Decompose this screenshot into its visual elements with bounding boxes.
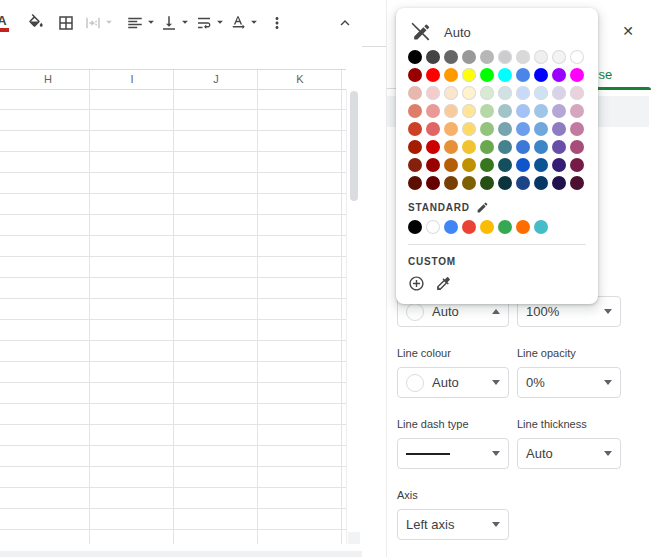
colour-swatch[interactable] bbox=[480, 68, 494, 82]
colour-swatch[interactable] bbox=[408, 176, 422, 190]
colour-swatch[interactable] bbox=[516, 68, 530, 82]
colour-swatch[interactable] bbox=[462, 50, 476, 64]
vertical-align-caret[interactable] bbox=[178, 15, 192, 29]
colour-swatch[interactable] bbox=[444, 68, 458, 82]
standard-colour-swatch[interactable] bbox=[516, 220, 530, 234]
colour-swatch[interactable] bbox=[552, 158, 566, 172]
colour-swatch[interactable] bbox=[534, 86, 548, 100]
colour-swatch[interactable] bbox=[516, 50, 530, 64]
colour-swatch[interactable] bbox=[570, 158, 584, 172]
merge-cells-caret[interactable] bbox=[102, 15, 116, 29]
colour-swatch[interactable] bbox=[534, 50, 548, 64]
standard-colour-swatch[interactable] bbox=[462, 220, 476, 234]
colour-swatch[interactable] bbox=[498, 68, 512, 82]
colour-swatch[interactable] bbox=[480, 104, 494, 118]
colour-swatch[interactable] bbox=[444, 176, 458, 190]
close-icon[interactable]: ✕ bbox=[618, 21, 638, 41]
colour-swatch[interactable] bbox=[444, 140, 458, 154]
colour-swatch[interactable] bbox=[426, 104, 440, 118]
text-wrapping-caret[interactable] bbox=[213, 15, 227, 29]
colour-swatch[interactable] bbox=[480, 176, 494, 190]
colour-swatch[interactable] bbox=[570, 122, 584, 136]
column-header[interactable]: H bbox=[44, 73, 52, 85]
colour-swatch[interactable] bbox=[570, 104, 584, 118]
colour-swatch[interactable] bbox=[516, 176, 530, 190]
standard-colour-swatch[interactable] bbox=[498, 220, 512, 234]
colour-swatch[interactable] bbox=[534, 158, 548, 172]
colour-swatch[interactable] bbox=[426, 122, 440, 136]
colour-swatch[interactable] bbox=[408, 104, 422, 118]
colour-swatch[interactable] bbox=[426, 140, 440, 154]
colour-swatch[interactable] bbox=[462, 68, 476, 82]
colour-swatch[interactable] bbox=[498, 50, 512, 64]
colour-swatch[interactable] bbox=[498, 104, 512, 118]
column-header[interactable]: J bbox=[213, 73, 219, 85]
colour-swatch[interactable] bbox=[516, 104, 530, 118]
no-colour-option[interactable]: Auto bbox=[410, 20, 586, 44]
colour-swatch[interactable] bbox=[498, 176, 512, 190]
colour-swatch[interactable] bbox=[462, 176, 476, 190]
column-header[interactable]: I bbox=[130, 73, 133, 85]
colour-swatch[interactable] bbox=[498, 140, 512, 154]
colour-swatch[interactable] bbox=[552, 104, 566, 118]
colour-swatch[interactable] bbox=[480, 50, 494, 64]
sheet-grid[interactable] bbox=[0, 89, 346, 544]
colour-swatch[interactable] bbox=[480, 122, 494, 136]
colour-swatch[interactable] bbox=[408, 50, 422, 64]
colour-swatch[interactable] bbox=[552, 122, 566, 136]
colour-swatch[interactable] bbox=[570, 176, 584, 190]
colour-swatch[interactable] bbox=[534, 122, 548, 136]
colour-swatch[interactable] bbox=[444, 122, 458, 136]
colour-swatch[interactable] bbox=[534, 176, 548, 190]
borders-button[interactable] bbox=[54, 11, 78, 35]
line-thickness-dropdown[interactable]: Auto bbox=[517, 438, 621, 469]
colour-swatch[interactable] bbox=[498, 158, 512, 172]
colour-swatch[interactable] bbox=[498, 86, 512, 100]
colour-swatch[interactable] bbox=[426, 68, 440, 82]
colour-swatch[interactable] bbox=[516, 122, 530, 136]
colour-swatch[interactable] bbox=[552, 176, 566, 190]
column-header[interactable]: K bbox=[296, 73, 303, 85]
colour-swatch[interactable] bbox=[408, 158, 422, 172]
colour-swatch[interactable] bbox=[408, 86, 422, 100]
eyedropper-icon[interactable] bbox=[435, 275, 452, 292]
colour-swatch[interactable] bbox=[480, 86, 494, 100]
line-opacity-dropdown[interactable]: 0% bbox=[517, 367, 621, 398]
standard-colour-swatch[interactable] bbox=[408, 220, 422, 234]
colour-swatch[interactable] bbox=[462, 140, 476, 154]
colour-swatch[interactable] bbox=[444, 86, 458, 100]
colour-swatch[interactable] bbox=[426, 86, 440, 100]
colour-swatch[interactable] bbox=[570, 50, 584, 64]
horizontal-align-caret[interactable] bbox=[144, 15, 158, 29]
colour-swatch[interactable] bbox=[570, 86, 584, 100]
colour-swatch[interactable] bbox=[516, 158, 530, 172]
colour-swatch[interactable] bbox=[408, 122, 422, 136]
text-colour-button[interactable]: A bbox=[0, 11, 14, 35]
line-dash-type-dropdown[interactable] bbox=[397, 438, 509, 469]
colour-swatch[interactable] bbox=[426, 158, 440, 172]
colour-swatch[interactable] bbox=[426, 176, 440, 190]
more-options-button[interactable] bbox=[265, 11, 289, 35]
colour-swatch[interactable] bbox=[426, 50, 440, 64]
colour-swatch[interactable] bbox=[462, 122, 476, 136]
colour-swatch[interactable] bbox=[552, 140, 566, 154]
colour-swatch[interactable] bbox=[444, 158, 458, 172]
add-custom-colour-icon[interactable] bbox=[408, 275, 425, 292]
standard-colour-swatch[interactable] bbox=[426, 220, 440, 234]
colour-swatch[interactable] bbox=[534, 104, 548, 118]
standard-colour-swatch[interactable] bbox=[480, 220, 494, 234]
vertical-scrollbar[interactable] bbox=[346, 89, 361, 544]
colour-swatch[interactable] bbox=[444, 50, 458, 64]
colour-swatch[interactable] bbox=[498, 122, 512, 136]
colour-swatch[interactable] bbox=[570, 140, 584, 154]
collapse-toolbar-button[interactable] bbox=[333, 11, 357, 35]
edit-pencil-icon[interactable] bbox=[476, 201, 489, 214]
colour-swatch[interactable] bbox=[462, 158, 476, 172]
fill-colour-button[interactable] bbox=[24, 11, 48, 35]
colour-swatch[interactable] bbox=[570, 68, 584, 82]
colour-swatch[interactable] bbox=[480, 158, 494, 172]
scrollbar-down-button[interactable] bbox=[348, 532, 360, 544]
scrollbar-thumb[interactable] bbox=[350, 91, 358, 201]
standard-colour-swatch[interactable] bbox=[444, 220, 458, 234]
colour-swatch[interactable] bbox=[408, 140, 422, 154]
